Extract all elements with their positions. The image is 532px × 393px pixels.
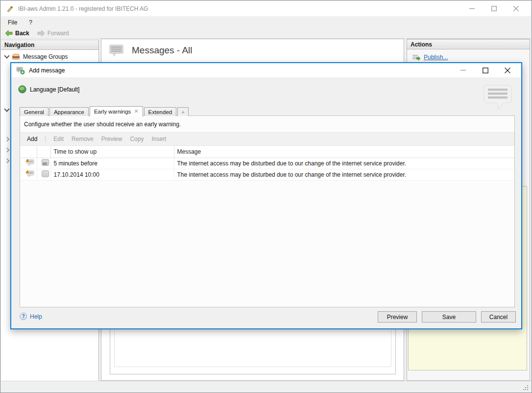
- window-title: IBI-aws Admin 1.21.0 - registered for IB…: [18, 5, 148, 12]
- insert-button[interactable]: Insert: [151, 136, 166, 142]
- app-icon: [6, 5, 14, 13]
- color-column-header[interactable]: [37, 146, 50, 158]
- tab-label: Appearance: [54, 109, 84, 115]
- tab-description: Configure whether the user should receiv…: [20, 116, 514, 132]
- forward-label: Forward: [48, 30, 69, 37]
- publish-link[interactable]: Publish...: [424, 54, 448, 61]
- copy-button[interactable]: Copy: [130, 136, 144, 142]
- time-cell: 5 minutes before: [50, 158, 174, 169]
- dialog-close-icon[interactable]: [496, 63, 518, 77]
- language-label: Language [Default]: [30, 86, 79, 93]
- dialog-titlebar: Add message: [11, 63, 521, 77]
- add-message-icon: [16, 66, 25, 74]
- chevron-down-icon[interactable]: [4, 106, 9, 112]
- tab-label: General: [24, 109, 44, 115]
- edit-button[interactable]: Edit: [53, 136, 64, 142]
- warnings-toolbar: Add Edit Remove Preview Copy Insert: [20, 132, 514, 146]
- minimize-icon[interactable]: [461, 1, 483, 16]
- dialog-tabs: General Appearance Early warnings ✕ Exte…: [20, 106, 190, 116]
- save-button[interactable]: Save: [422, 311, 476, 323]
- tab-general[interactable]: General: [20, 107, 48, 116]
- tree-item-label: Message Groups: [23, 53, 68, 60]
- chevron-right-icon[interactable]: [5, 159, 10, 163]
- resize-grip[interactable]: [522, 384, 528, 390]
- maximize-icon[interactable]: [483, 1, 505, 16]
- status-bar: [1, 381, 531, 392]
- navigation-header: Navigation: [1, 40, 98, 50]
- globe-icon: [18, 85, 26, 93]
- close-icon[interactable]: [505, 1, 527, 16]
- publish-icon: [412, 54, 420, 61]
- tab-label: Early warnings: [94, 109, 131, 115]
- appearance-swatch-icon: [42, 159, 49, 166]
- message-groups-icon: [12, 53, 20, 60]
- tab-plus-label: +: [181, 109, 185, 115]
- menubar: File ?: [1, 16, 531, 28]
- history-toolbar: Back Forward: [1, 28, 531, 39]
- main-titlebar: IBI-aws Admin 1.21.0 - registered for IB…: [1, 1, 531, 16]
- chevron-down-icon[interactable]: [4, 53, 9, 58]
- table-row[interactable]: 17.10.2014 10:00 The internet access may…: [20, 169, 514, 180]
- tab-extended[interactable]: Extended: [144, 107, 177, 116]
- forward-arrow-icon: [37, 30, 45, 37]
- back-arrow-icon: [5, 30, 13, 37]
- message-cell: The internet access may be disturbed due…: [174, 158, 514, 169]
- help-link[interactable]: ? Help: [20, 313, 42, 320]
- actions-header: Actions: [407, 39, 530, 49]
- remove-button[interactable]: Remove: [72, 136, 94, 142]
- help-icon: ?: [20, 313, 27, 320]
- tab-add-icon[interactable]: +: [177, 107, 189, 116]
- menu-help[interactable]: ?: [24, 17, 37, 28]
- warning-message-icon: [25, 159, 34, 166]
- add-button[interactable]: Add: [27, 136, 37, 142]
- tab-close-icon[interactable]: ✕: [134, 109, 138, 114]
- tab-label: Extended: [148, 109, 172, 115]
- tab-appearance[interactable]: Appearance: [49, 107, 89, 116]
- chevron-right-icon[interactable]: [5, 148, 10, 153]
- dialog-title: Add message: [29, 67, 65, 74]
- add-message-dialog: Add message Language [Default]: [10, 62, 522, 329]
- preview-button[interactable]: Preview: [378, 311, 417, 323]
- tab-early-warnings[interactable]: Early warnings ✕: [90, 106, 143, 116]
- message-column-header[interactable]: Message: [174, 146, 514, 158]
- page-title: Messages - All: [132, 45, 193, 56]
- appearance-swatch-icon: [42, 170, 49, 177]
- messages-header: Messages - All: [101, 39, 404, 61]
- early-warnings-table: Time to show up Message: [20, 146, 514, 181]
- early-warnings-content: Configure whether the user should receiv…: [20, 116, 515, 307]
- menu-file[interactable]: File: [3, 17, 22, 28]
- dialog-maximize-icon[interactable]: [474, 63, 496, 77]
- back-button[interactable]: Back: [1, 30, 33, 37]
- publish-action[interactable]: Publish...: [407, 49, 530, 61]
- tree-item-message-groups[interactable]: Message Groups: [1, 50, 98, 60]
- message-watermark-icon: [482, 84, 513, 111]
- dialog-minimize-icon[interactable]: [452, 63, 474, 77]
- dialog-footer: ? Help Preview Save Cancel: [11, 306, 521, 328]
- forward-button[interactable]: Forward: [33, 30, 73, 37]
- preview-toolbar-button[interactable]: Preview: [101, 136, 122, 142]
- chevron-right-icon[interactable]: [5, 137, 10, 142]
- toolbar-separator: [45, 136, 46, 142]
- time-column-header[interactable]: Time to show up: [50, 146, 174, 158]
- message-cell: The internet access may be disturbed due…: [174, 169, 514, 180]
- cancel-button[interactable]: Cancel: [481, 311, 516, 323]
- language-row: Language [Default]: [18, 85, 79, 93]
- time-cell: 17.10.2014 10:00: [50, 169, 174, 180]
- messages-icon: [108, 43, 125, 58]
- back-label: Back: [15, 30, 29, 37]
- help-label[interactable]: Help: [30, 313, 42, 320]
- icon-column-header[interactable]: [20, 146, 37, 158]
- main-window: IBI-aws Admin 1.21.0 - registered for IB…: [0, 0, 532, 393]
- warning-message-icon: [25, 170, 34, 178]
- table-row[interactable]: 5 minutes before The internet access may…: [20, 158, 514, 169]
- table-header-row: Time to show up Message: [20, 146, 514, 158]
